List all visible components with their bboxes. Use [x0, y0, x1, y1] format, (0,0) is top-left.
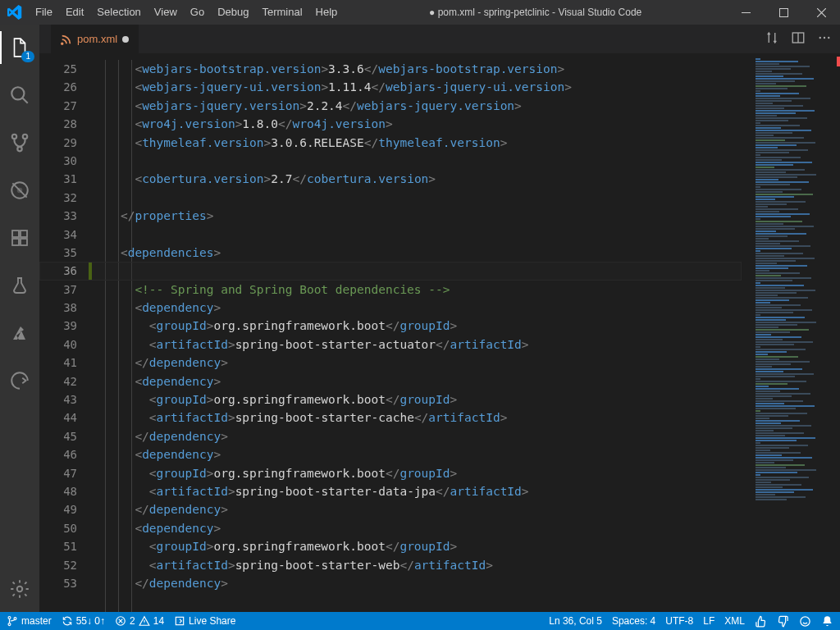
feedback-thumbsup-icon[interactable] [755, 615, 767, 628]
test-icon[interactable] [0, 269, 39, 302]
split-editor-icon[interactable] [791, 30, 806, 48]
line-number-gutter: 2526272829303132333435363738394041424344… [39, 57, 92, 612]
svg-point-19 [8, 623, 11, 626]
window-title: ● pom.xml - spring-petclinic - Visual St… [344, 7, 727, 18]
svg-point-14 [819, 37, 821, 39]
svg-rect-10 [21, 239, 27, 245]
svg-point-18 [14, 618, 16, 620]
minimap-error-marker [837, 57, 840, 66]
svg-rect-1 [779, 8, 788, 16]
menu-selection[interactable]: Selection [90, 0, 147, 25]
more-actions-icon[interactable] [817, 30, 832, 48]
live-share-status[interactable]: Live Share [174, 615, 235, 627]
minimize-button[interactable] [727, 0, 765, 25]
svg-rect-8 [12, 231, 19, 237]
svg-point-16 [828, 37, 829, 39]
activity-bar: 1 [0, 25, 39, 612]
svg-point-5 [17, 147, 21, 151]
feedback-thumbsdown-icon[interactable] [777, 615, 789, 628]
editor-area: pom.xml 25262728293031323334353637383940… [39, 25, 840, 612]
git-sync-status[interactable]: 55↓ 0↑ [62, 615, 105, 627]
status-bar: master 55↓ 0↑ 2 14 Live Share Ln 36, Col… [0, 612, 840, 630]
notifications-bell-icon[interactable] [821, 615, 833, 628]
search-icon[interactable] [0, 79, 39, 112]
xml-file-icon [61, 34, 72, 45]
svg-point-12 [17, 587, 23, 592]
problems-status[interactable]: 2 14 [115, 615, 164, 627]
svg-point-7 [17, 188, 23, 194]
svg-rect-9 [12, 239, 19, 245]
eol-status[interactable]: LF [703, 615, 714, 627]
source-control-icon[interactable] [0, 126, 39, 159]
title-bar: FileEditSelectionViewGoDebugTerminalHelp… [0, 0, 840, 25]
menu-help[interactable]: Help [309, 0, 345, 25]
menu-terminal[interactable]: Terminal [255, 0, 308, 25]
language-mode-status[interactable]: XML [724, 615, 745, 627]
svg-point-3 [12, 135, 16, 139]
svg-point-2 [11, 87, 24, 99]
liveshare-icon[interactable] [0, 364, 39, 397]
menu-debug[interactable]: Debug [211, 0, 255, 25]
cursor-position-status[interactable]: Ln 36, Col 5 [549, 615, 602, 627]
tab-title: pom.xml [77, 33, 117, 45]
window-controls [727, 0, 840, 25]
tab-pom-xml[interactable]: pom.xml [51, 25, 139, 53]
explorer-icon[interactable]: 1 [0, 31, 39, 64]
feedback-smiley-icon[interactable] [799, 615, 811, 628]
svg-point-17 [8, 616, 11, 619]
close-button[interactable] [802, 0, 840, 25]
menu-edit[interactable]: Edit [59, 0, 90, 25]
debug-icon[interactable] [0, 174, 39, 207]
git-branch-status[interactable]: master [7, 615, 52, 627]
extensions-icon[interactable] [0, 221, 39, 254]
menu-view[interactable]: View [148, 0, 184, 25]
svg-point-15 [824, 37, 825, 39]
code-editor[interactable]: 2526272829303132333435363738394041424344… [39, 57, 840, 612]
menu-file[interactable]: File [29, 0, 59, 25]
explorer-badge: 1 [21, 51, 34, 62]
dirty-indicator-icon [122, 36, 129, 43]
svg-rect-21 [176, 617, 183, 624]
menu-bar: FileEditSelectionViewGoDebugTerminalHelp [29, 0, 344, 25]
indentation-status[interactable]: Spaces: 4 [612, 615, 655, 627]
compare-changes-icon[interactable] [765, 30, 779, 48]
menu-go[interactable]: Go [184, 0, 211, 25]
settings-gear-icon[interactable] [0, 573, 39, 605]
azure-icon[interactable] [0, 317, 39, 349]
maximize-button[interactable] [765, 0, 802, 25]
svg-rect-11 [21, 231, 27, 237]
app-icon [0, 5, 29, 20]
svg-point-4 [23, 135, 27, 139]
minimap[interactable] [750, 57, 840, 612]
tab-bar: pom.xml [39, 25, 840, 53]
encoding-status[interactable]: UTF-8 [665, 615, 693, 627]
svg-point-22 [801, 616, 810, 625]
svg-rect-0 [742, 12, 751, 13]
